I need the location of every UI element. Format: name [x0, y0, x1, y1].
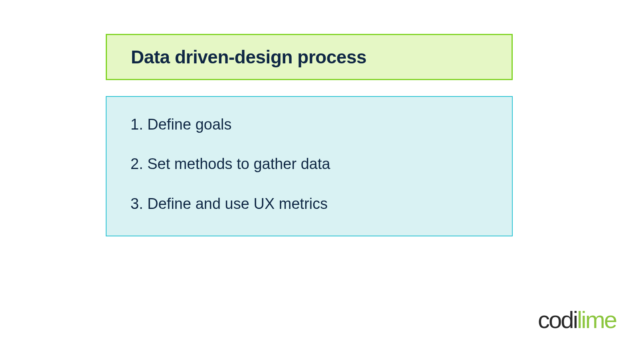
step-item: 3. Define and use UX metrics: [130, 194, 488, 214]
codilime-logo: codilime: [538, 308, 616, 332]
step-item: 1. Define goals: [130, 115, 488, 134]
step-item: 2. Set methods to gather data: [130, 154, 488, 174]
logo-part-green: lime: [577, 307, 616, 333]
logo-part-dark: codi: [538, 307, 577, 333]
slide-title: Data driven-design process: [131, 46, 488, 68]
steps-list-box: 1. Define goals 2. Set methods to gather…: [106, 96, 513, 236]
content-container: Data driven-design process 1. Define goa…: [106, 34, 513, 236]
title-box: Data driven-design process: [106, 34, 513, 80]
